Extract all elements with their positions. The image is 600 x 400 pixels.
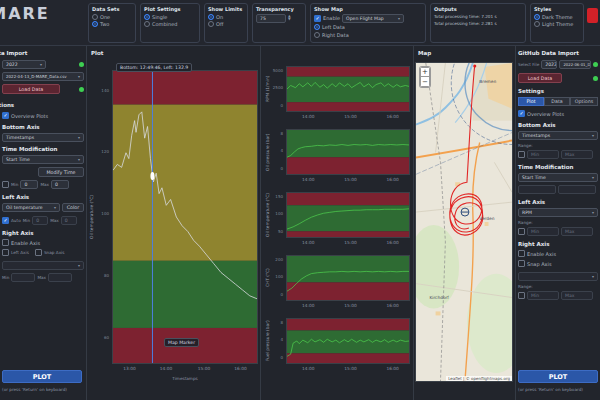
snap-axis-checkbox[interactable] <box>35 249 42 256</box>
status-dot <box>79 62 84 67</box>
right-axis-select[interactable]: ▾ <box>2 261 84 270</box>
radio-light-theme[interactable]: Light Theme <box>534 21 580 27</box>
range-checkbox[interactable] <box>518 151 525 158</box>
year-select[interactable]: 2022 <box>541 60 557 69</box>
range-checkbox[interactable] <box>518 292 525 299</box>
min-label: Min <box>11 182 18 187</box>
modify-time-button[interactable]: Modify Time <box>38 167 84 177</box>
small-plot-3-canvas[interactable] <box>286 192 410 238</box>
map-canvas[interactable]: + − Bremen Verden Kirchdorf Leaflet | © … <box>415 62 513 382</box>
max-input[interactable]: Max <box>561 150 593 159</box>
min-input[interactable]: Min <box>527 291 559 300</box>
left-axis-checkbox[interactable] <box>2 249 9 256</box>
plot-panel-header: Plot <box>91 50 103 56</box>
load-data-button[interactable]: Load Data <box>518 73 562 83</box>
small-plot-4-yticks: 200 100 0 <box>272 255 285 301</box>
radio-limits-on[interactable]: On <box>208 14 244 20</box>
auto-label: Auto <box>11 218 21 223</box>
overview-plots-checkbox-row[interactable]: ✓Overview Plots <box>518 110 564 117</box>
max-input[interactable]: 0 <box>61 216 77 225</box>
time-mod-field-1[interactable] <box>518 185 556 194</box>
min-input[interactable]: 0 <box>32 216 48 225</box>
group-title: Transparency <box>256 6 302 12</box>
enable-map-checkbox[interactable]: ✓ <box>314 15 321 22</box>
time-modification-select[interactable]: Start Time▾ <box>2 155 84 164</box>
max-input[interactable]: Max <box>561 227 593 236</box>
small-plot-2-yticks: 8 4 0 <box>272 129 285 175</box>
color-button[interactable]: Color <box>62 203 84 212</box>
snap-axis-checkbox-row[interactable]: Snap Axis <box>518 260 552 267</box>
group-title: Styles <box>534 6 580 12</box>
small-plot-2-canvas[interactable] <box>286 129 410 175</box>
map-provider-select[interactable]: Open Flight Map▾ <box>342 14 404 23</box>
map-svg <box>416 63 512 381</box>
small-plot-4-canvas[interactable] <box>286 255 410 301</box>
small-plot-5-canvas[interactable] <box>286 318 410 364</box>
map-attribution: Leaflet | © openflightmaps.org <box>446 376 512 381</box>
chevron-down-icon: ▾ <box>592 133 594 138</box>
radio-two[interactable]: Two <box>92 21 132 27</box>
radio-left-data[interactable]: Left Data <box>314 24 422 30</box>
right-axis-header: Right Axis <box>518 241 549 247</box>
options-header: Options <box>0 102 14 108</box>
enable-axis-checkbox-row[interactable]: Enable Axis <box>518 250 556 257</box>
min-input[interactable]: Min <box>527 150 559 159</box>
auto-checkbox[interactable]: ✓ <box>2 217 9 224</box>
min-label: Min <box>23 218 30 223</box>
enable-axis-checkbox-row[interactable]: Enable Axis <box>2 239 40 246</box>
right-axis-select[interactable]: ▾ <box>518 272 598 281</box>
file-select[interactable]: 2022-04-13_D-MARE_Data.csv▾ <box>2 72 84 81</box>
map-marker-button[interactable]: Map Marker <box>164 338 199 347</box>
tab-data[interactable]: Data <box>544 97 570 106</box>
min-input[interactable]: Min <box>527 227 559 236</box>
zoom-out-button[interactable]: − <box>420 77 430 87</box>
bottom-axis-select[interactable]: Timestamps▾ <box>518 131 598 140</box>
app-logo: D-MARE <box>0 4 84 42</box>
tab-plot[interactable]: Plot <box>518 97 544 106</box>
red-badge-icon <box>587 8 598 23</box>
radio-one[interactable]: One <box>92 14 132 20</box>
separator <box>413 46 414 400</box>
year-select[interactable]: 2022▾ <box>2 60 46 69</box>
time-mod-field-2[interactable] <box>558 185 596 194</box>
chevron-down-icon: ▾ <box>78 263 80 268</box>
radio-single[interactable]: Single <box>144 14 196 20</box>
radio-icon <box>314 32 320 38</box>
bottom-axis-select[interactable]: Timestamps▾ <box>2 133 84 142</box>
plot-button[interactable]: PLOT <box>518 370 598 383</box>
overview-plots-checkbox-row[interactable]: ✓Overview Plots <box>2 112 48 119</box>
range-checkbox[interactable] <box>2 181 9 188</box>
radio-combined[interactable]: Combined <box>144 21 196 27</box>
checkbox-icon <box>2 239 9 246</box>
file-select[interactable]: 2022-06-01_D-MARE▾ <box>559 60 591 69</box>
zoom-in-button[interactable]: + <box>420 67 430 77</box>
max-input[interactable] <box>48 273 72 282</box>
map-zoom-control: + − <box>420 67 430 87</box>
main-plot-ylabel: Oil temperature (°C) <box>86 70 96 364</box>
main-plot-canvas[interactable] <box>112 70 258 364</box>
group-title: Outputs <box>434 6 522 12</box>
transparency-stepper[interactable]: ▲▼ <box>288 15 291 22</box>
transparency-input[interactable]: 75 <box>256 14 286 23</box>
load-data-button[interactable]: Load Data <box>2 84 60 94</box>
small-plot-1-yticks: 5000 2500 0 <box>272 66 285 112</box>
min-input[interactable]: 0 <box>20 180 38 189</box>
left-axis-select[interactable]: Oil temperature▾ <box>2 203 60 212</box>
radio-dark-theme[interactable]: Dark Theme <box>534 14 580 20</box>
time-modification-select[interactable]: Start Time▾ <box>518 173 598 182</box>
range-checkbox[interactable] <box>518 228 525 235</box>
max-input[interactable]: Max <box>561 291 593 300</box>
radio-icon <box>534 21 540 27</box>
radio-limits-off[interactable]: Off <box>208 21 244 27</box>
min-input[interactable] <box>11 273 35 282</box>
max-input[interactable]: 0 <box>51 180 69 189</box>
chevron-down-icon: ▾ <box>78 74 80 79</box>
tab-options[interactable]: Options <box>570 97 598 106</box>
small-plot-1-canvas[interactable] <box>286 66 410 112</box>
left-axis-select[interactable]: RPM▾ <box>518 208 598 217</box>
group-data-sets: Data Sets One Two <box>88 3 136 43</box>
radio-icon <box>92 21 98 27</box>
status-dot <box>593 62 598 67</box>
radio-right-data[interactable]: Right Data <box>314 32 422 38</box>
plot-button[interactable]: PLOT <box>2 370 82 383</box>
